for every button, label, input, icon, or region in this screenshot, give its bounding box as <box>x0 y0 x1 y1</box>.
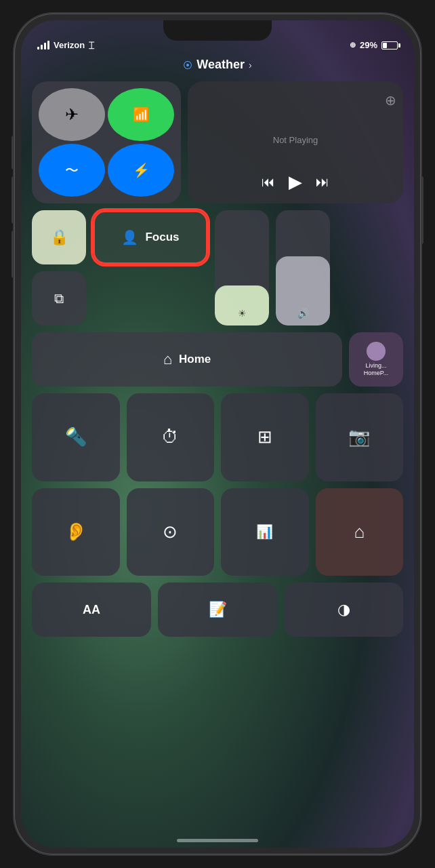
volume-up-button[interactable] <box>12 176 14 224</box>
airplane-mode-button[interactable]: ✈ <box>39 88 105 141</box>
record-icon: ⊙ <box>163 521 178 542</box>
timer-icon: ⏱ <box>161 427 179 448</box>
media-controls: ⏮ ▶ ⏭ <box>262 172 329 193</box>
wifi-status-icon: ⌶ <box>89 40 94 50</box>
text-size-icon: AA <box>83 603 100 617</box>
airplay-icon[interactable]: ⊕ <box>385 92 396 108</box>
fast-forward-button[interactable]: ⏭ <box>316 174 329 190</box>
status-left: Verizon ⌶ <box>37 40 94 50</box>
weather-title: Weather <box>196 58 245 72</box>
carrier-name: Verizon <box>54 40 85 50</box>
weather-header[interactable]: ⦿ Weather › <box>21 58 414 72</box>
home-button[interactable]: ⌂ Home <box>32 332 342 387</box>
volume-slider[interactable]: 🔊 <box>276 210 330 326</box>
phone-screen: Verizon ⌶ ⊕ 29% ⦿ Weather › <box>21 20 414 848</box>
flashlight-icon: 🔦 <box>65 427 87 448</box>
media-player-block: ⊕ Not Playing ⏮ ▶ ⏭ <box>188 81 403 203</box>
focus-label: Focus <box>145 231 179 244</box>
power-button[interactable] <box>421 176 423 244</box>
volume-down-button[interactable] <box>12 231 14 278</box>
lock-rotation-icon: 🔒 <box>50 229 68 246</box>
screen-mirror-button[interactable]: ⧉ <box>32 271 86 326</box>
control-center: ✈ 📶 〜 ⚡ ⊕ Not Playing ⏮ ▶ ⏭ <box>32 81 403 821</box>
row-home: ⌂ Home Living...HomeP... <box>32 332 403 387</box>
focus-button[interactable]: 👤 Focus <box>93 210 208 264</box>
brightness-slider[interactable]: ☀ <box>215 210 269 326</box>
home-app-icon: ⌂ <box>354 521 365 542</box>
calculator-button[interactable]: ⊞ <box>221 393 309 481</box>
camera-icon: 📷 <box>348 427 370 448</box>
row-bottom: AA 📝 ◑ <box>32 583 403 637</box>
text-size-button[interactable]: AA <box>32 583 151 637</box>
location-arrow-icon: ⦿ <box>183 60 192 71</box>
connectivity-block: ✈ 📶 〜 ⚡ <box>32 81 181 203</box>
home-app-button[interactable]: ⌂ <box>316 488 404 576</box>
notes-icon: 📝 <box>209 601 227 618</box>
house-icon: ⌂ <box>163 351 172 368</box>
col-lock-mirror: 🔒 ⧉ <box>32 210 86 326</box>
invert-colors-icon: ◑ <box>337 601 350 618</box>
signal-bars-icon <box>37 41 49 50</box>
rewind-button[interactable]: ⏮ <box>262 174 275 190</box>
battery-icon <box>381 41 398 50</box>
sound-analysis-icon: 📊 <box>256 524 273 540</box>
brightness-fill <box>215 285 269 326</box>
mirror-icon: ⧉ <box>54 291 64 307</box>
person-icon: 👤 <box>121 229 138 245</box>
brightness-icon: ☀ <box>238 308 247 319</box>
hearing-icon: 👂 <box>65 521 87 542</box>
timer-button[interactable]: ⏱ <box>127 393 215 481</box>
location-active-icon: ⊕ <box>350 41 356 50</box>
play-button[interactable]: ▶ <box>289 172 302 193</box>
notch <box>163 20 272 41</box>
calculator-icon: ⊞ <box>257 427 272 448</box>
status-right: ⊕ 29% <box>350 40 398 50</box>
screen-rotation-lock-button[interactable]: 🔒 <box>32 210 86 264</box>
volume-icon: 🔊 <box>297 308 309 319</box>
homepod-button[interactable]: Living...HomeP... <box>349 332 403 387</box>
cellular-button[interactable]: 📶 <box>108 88 174 141</box>
homepod-circle-icon <box>367 342 386 361</box>
hearing-button[interactable]: 👂 <box>32 488 120 576</box>
camera-button[interactable]: 📷 <box>316 393 404 481</box>
sound-analysis-button[interactable]: 📊 <box>221 488 309 576</box>
invert-colors-button[interactable]: ◑ <box>284 583 403 637</box>
home-indicator[interactable] <box>177 839 258 842</box>
weather-chevron-icon: › <box>249 60 252 71</box>
homepod-label: Living...HomeP... <box>364 362 388 377</box>
home-label: Home <box>179 353 211 366</box>
wifi-button[interactable]: 〜 <box>39 144 105 197</box>
record-button[interactable]: ⊙ <box>127 488 215 576</box>
bluetooth-button[interactable]: ⚡ <box>108 144 174 197</box>
media-not-playing-label: Not Playing <box>273 135 318 145</box>
icon-grid-row5: 👂 ⊙ 📊 ⌂ <box>32 488 403 576</box>
battery-percent: 29% <box>360 40 377 50</box>
notes-button[interactable]: 📝 <box>158 583 277 637</box>
icon-grid-row4: 🔦 ⏱ ⊞ 📷 <box>32 393 403 481</box>
row-quick-controls: 🔒 ⧉ 👤 Focus ☀ <box>32 210 403 326</box>
flashlight-button[interactable]: 🔦 <box>32 393 120 481</box>
row-connectivity-media: ✈ 📶 〜 ⚡ ⊕ Not Playing ⏮ ▶ ⏭ <box>32 81 403 203</box>
phone-frame: Verizon ⌶ ⊕ 29% ⦿ Weather › <box>14 14 421 854</box>
